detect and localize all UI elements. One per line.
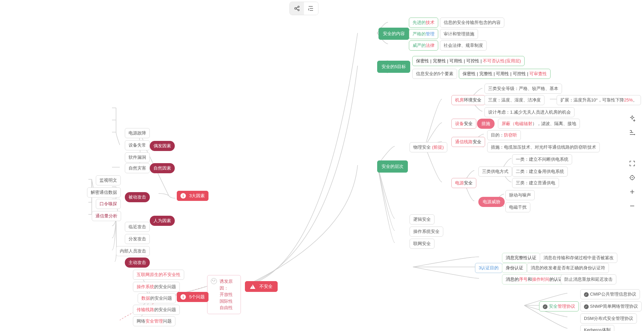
mindmap-view-icon (293, 5, 300, 11)
cause-box-node[interactable]: 诱发原因： 开放性 国际性 自由性 (207, 275, 241, 314)
room-level[interactable]: 三类安全等级：严格、较严格、基本 (484, 84, 562, 94)
svg-point-5 (632, 177, 633, 178)
passive-monitor[interactable]: 监视明文 (96, 175, 121, 185)
prob-5[interactable]: 网络安全管理问题 (133, 316, 175, 326)
magic-button[interactable] (625, 111, 639, 125)
power-title[interactable]: 电源安全 (451, 178, 476, 188)
equip-measure[interactable]: 措施 (477, 119, 495, 129)
power-t1[interactable]: 脉动与噪声 (505, 190, 535, 200)
equip-title[interactable]: 设备安全 (451, 119, 476, 129)
os-node[interactable]: 操作系统安全 (410, 227, 443, 237)
comm-measure[interactable]: 措施：电缆加压技术、对光纤等通信线路的防窃听技术 (487, 142, 600, 152)
room-three-ext[interactable]: 扩展：温度升高10°，可靠性下降25%。 (557, 95, 641, 105)
check-icon: ✓ (584, 292, 589, 297)
warning-icon (250, 284, 255, 289)
comm-title[interactable]: 通信线路安全 (451, 137, 485, 147)
zoom-out-button[interactable] (625, 199, 639, 213)
proto-4[interactable]: Kerberos体制 (580, 325, 614, 331)
prob-1[interactable]: 互联网原生的不安全性 (133, 270, 184, 280)
five-targets-title[interactable]: 安全的5目标 (377, 61, 410, 73)
strict-mgmt-desc[interactable]: 审计和管理措施 (440, 29, 478, 39)
power-methods[interactable]: 三类供电方式 (478, 167, 512, 177)
targets-row2-label[interactable]: 信息安全的5个要素 (412, 69, 457, 79)
human-dist[interactable]: 分发攻击 (125, 234, 150, 244)
cause-l1: 开放性 (220, 292, 233, 297)
physical-node[interactable]: 物理安全 (前提) (410, 142, 447, 152)
human-factor-node[interactable]: 人为因素 (150, 216, 175, 226)
cause-l2: 国际性 (220, 299, 233, 304)
passive-decrypt[interactable]: 解密通信数据 (87, 187, 121, 198)
zoom-in-icon (629, 189, 635, 195)
passive-password[interactable]: 口令嗅探 (96, 199, 121, 209)
svg-point-1 (298, 6, 299, 7)
zoom-in-button[interactable] (625, 185, 639, 199)
center-view-button[interactable] (625, 171, 639, 185)
equip-shield[interactable]: 屏蔽（电磁辐射），滤波、隔离、接地 (498, 119, 580, 129)
svg-point-0 (295, 8, 297, 9)
sec-content-title[interactable]: 安全的内容 (379, 28, 409, 40)
proto-2[interactable]: ✓SNMP简单网络管理协议 (580, 301, 642, 311)
fit-view-button[interactable] (625, 156, 639, 171)
adv-tech-desc[interactable]: 信息的安全传输所包含的内容 (440, 18, 504, 28)
acc-power[interactable]: 电源故障 (125, 128, 150, 138)
room-title[interactable]: 机房环境安全 (451, 95, 485, 105)
strict-mgmt[interactable]: 严格的管理 (409, 29, 438, 39)
law-desc[interactable]: 社会法律、规章制度 (440, 40, 487, 51)
auth-integrity-desc[interactable]: 消息在传输和存储过程中是否被篡改 (540, 253, 617, 263)
center-unsafe-node[interactable]: 不安全 (245, 281, 278, 292)
passive-attack-node[interactable]: 被动攻击 (125, 192, 150, 202)
adv-tech[interactable]: 先进的技术 (409, 18, 438, 28)
proto-3[interactable]: DSM分布式安全管理协议 (580, 313, 637, 324)
targets-row1[interactable]: 保密性 | 完整性 | 可用性 | 可控性 | 不可否认性(应用层) (412, 56, 525, 66)
layers-title[interactable]: 安全的层次 (377, 160, 408, 173)
power-t2[interactable]: 电磁干扰 (505, 202, 530, 212)
check-icon: ✓ (584, 304, 589, 309)
center-view-icon (629, 174, 636, 181)
targets-row2[interactable]: 保密性 | 完整性 | 可用性 | 可控性 | 可审查性 (459, 69, 551, 79)
fit-view-icon (629, 160, 635, 167)
mindmap-view-button[interactable] (290, 2, 304, 15)
room-design[interactable]: 设计考虑：1.减少无关人员进入机房的机会 (484, 107, 575, 117)
law[interactable]: 威严的法律 (409, 40, 438, 51)
prob-2[interactable]: 操作系统的安全问题 (133, 282, 180, 292)
proto-title[interactable]: ✓安全管理协议 (539, 301, 579, 311)
outline-view-button[interactable] (304, 2, 318, 15)
logical-node[interactable]: 逻辑安全 (410, 214, 435, 224)
five-problems-node[interactable]: i5个问题 (177, 292, 208, 302)
comm-purpose[interactable]: 目的：防窃听 (487, 130, 521, 140)
human-internal[interactable]: 内部人员攻击 (116, 246, 150, 256)
check-icon: ✓ (543, 304, 548, 309)
three-factors-node[interactable]: i3大因素 (177, 191, 208, 201)
svg-point-2 (298, 9, 299, 11)
auth-integrity[interactable]: 消息完整性认证 (502, 253, 540, 263)
auth-seq-desc[interactable]: 防止消息重放和延迟攻击 (561, 274, 616, 284)
accidental-factor-node[interactable]: 偶发因素 (150, 141, 175, 151)
proto-1[interactable]: ✓CMIP公共管理信息协议 (580, 289, 640, 299)
auth-identity[interactable]: 身份认证 (502, 263, 527, 273)
face-icon (211, 278, 217, 284)
passive-traffic[interactable]: 通信量分析 (92, 211, 121, 221)
auth-identity-desc[interactable]: 消息的收发者是否有正确的身份认证符 (527, 263, 609, 273)
net-node[interactable]: 联网安全 (410, 239, 435, 249)
power-m2[interactable]: 二类：建立备用供电系统 (512, 167, 568, 177)
acc-software[interactable]: 软件漏洞 (125, 152, 150, 162)
power-m1[interactable]: 一类：建立不间断供电系统 (512, 154, 572, 164)
human-near[interactable]: 临近攻击 (125, 222, 150, 232)
natural-factor-node[interactable]: 自然因素 (150, 163, 175, 173)
info-icon: i (180, 193, 186, 199)
magic-icon (629, 115, 636, 122)
room-three[interactable]: 三度：温度、湿度、洁净度 (484, 95, 544, 105)
svg-point-3 (634, 134, 635, 135)
prob-4[interactable]: 传输线路的安全问题 (133, 305, 180, 315)
power-m3[interactable]: 三类：建立普通供电 (512, 178, 559, 188)
nat-disaster[interactable]: 自然灾害 (125, 163, 150, 173)
auth3-title[interactable]: 3认证目的 (475, 263, 502, 273)
acc-device[interactable]: 设备失常 (125, 140, 150, 150)
active-attack-node[interactable]: 主动攻击 (125, 258, 150, 268)
power-threat[interactable]: 电源威胁 (478, 197, 505, 207)
zoom-out-icon (629, 203, 635, 209)
auth-seq[interactable]: 消息的序号和操作时间的认证 (502, 274, 566, 284)
center-label: 不安全 (259, 283, 273, 290)
layout-button[interactable] (625, 125, 639, 140)
prob-3[interactable]: 数据的安全问题 (138, 293, 176, 303)
